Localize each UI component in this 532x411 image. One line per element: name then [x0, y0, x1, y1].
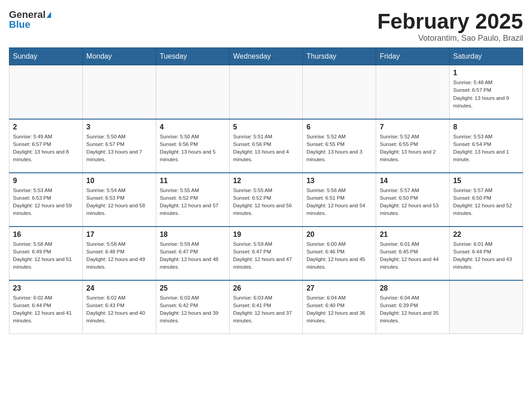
- day-info: Sunrise: 6:02 AM Sunset: 6:43 PM Dayligh…: [86, 294, 152, 325]
- calendar-cell: 6Sunrise: 5:52 AM Sunset: 6:55 PM Daylig…: [303, 119, 376, 173]
- day-number: 14: [380, 177, 446, 185]
- day-info: Sunrise: 5:50 AM Sunset: 6:57 PM Dayligh…: [86, 133, 152, 164]
- calendar-cell: 1Sunrise: 5:48 AM Sunset: 6:57 PM Daylig…: [450, 65, 523, 119]
- calendar-cell: [9, 65, 83, 119]
- day-number: 12: [233, 177, 299, 185]
- day-number: 13: [306, 177, 372, 185]
- day-number: 16: [13, 231, 79, 239]
- day-info: Sunrise: 6:02 AM Sunset: 6:44 PM Dayligh…: [13, 294, 79, 325]
- weekday-header-tuesday: Tuesday: [156, 48, 229, 65]
- calendar-cell: 20Sunrise: 6:00 AM Sunset: 6:46 PM Dayli…: [303, 227, 376, 280]
- day-number: 11: [160, 177, 226, 185]
- calendar-cell: 5Sunrise: 5:51 AM Sunset: 6:56 PM Daylig…: [229, 119, 303, 173]
- calendar-cell: 10Sunrise: 5:54 AM Sunset: 6:53 PM Dayli…: [82, 173, 156, 227]
- day-number: 21: [380, 231, 446, 239]
- day-number: 1: [453, 69, 519, 77]
- calendar-cell: 7Sunrise: 5:52 AM Sunset: 6:55 PM Daylig…: [376, 119, 450, 173]
- day-info: Sunrise: 5:48 AM Sunset: 6:57 PM Dayligh…: [453, 79, 519, 110]
- day-number: 15: [453, 177, 519, 185]
- calendar-cell: [303, 65, 376, 119]
- day-info: Sunrise: 5:58 AM Sunset: 6:49 PM Dayligh…: [13, 240, 79, 271]
- calendar-table: SundayMondayTuesdayWednesdayThursdayFrid…: [9, 47, 523, 334]
- day-info: Sunrise: 6:04 AM Sunset: 6:39 PM Dayligh…: [380, 294, 446, 325]
- calendar-week-row: 9Sunrise: 5:53 AM Sunset: 6:53 PM Daylig…: [9, 173, 523, 227]
- day-number: 6: [306, 123, 372, 131]
- weekday-header-thursday: Thursday: [303, 48, 376, 65]
- logo: General Blue: [9, 9, 51, 30]
- day-number: 20: [306, 231, 372, 239]
- calendar-cell: [376, 65, 450, 119]
- day-info: Sunrise: 5:54 AM Sunset: 6:53 PM Dayligh…: [86, 187, 152, 218]
- weekday-header-saturday: Saturday: [450, 48, 523, 65]
- day-info: Sunrise: 5:53 AM Sunset: 6:53 PM Dayligh…: [13, 187, 79, 218]
- calendar-week-row: 23Sunrise: 6:02 AM Sunset: 6:44 PM Dayli…: [9, 280, 523, 334]
- day-info: Sunrise: 6:01 AM Sunset: 6:45 PM Dayligh…: [380, 240, 446, 271]
- weekday-header-sunday: Sunday: [9, 48, 83, 65]
- calendar-cell: 16Sunrise: 5:58 AM Sunset: 6:49 PM Dayli…: [9, 227, 83, 280]
- calendar-cell: 9Sunrise: 5:53 AM Sunset: 6:53 PM Daylig…: [9, 173, 83, 227]
- day-info: Sunrise: 5:55 AM Sunset: 6:52 PM Dayligh…: [160, 187, 226, 218]
- calendar-cell: [229, 65, 303, 119]
- calendar-week-row: 1Sunrise: 5:48 AM Sunset: 6:57 PM Daylig…: [9, 65, 523, 119]
- day-number: 5: [233, 123, 299, 131]
- calendar-cell: [450, 280, 523, 334]
- day-info: Sunrise: 5:59 AM Sunset: 6:47 PM Dayligh…: [160, 240, 226, 271]
- calendar-cell: [156, 65, 229, 119]
- day-number: 22: [453, 231, 519, 239]
- calendar-cell: 25Sunrise: 6:03 AM Sunset: 6:42 PM Dayli…: [156, 280, 229, 334]
- day-number: 2: [13, 123, 79, 131]
- calendar-cell: 15Sunrise: 5:57 AM Sunset: 6:50 PM Dayli…: [450, 173, 523, 227]
- weekday-header-monday: Monday: [82, 48, 156, 65]
- day-info: Sunrise: 5:56 AM Sunset: 6:51 PM Dayligh…: [306, 187, 372, 218]
- day-info: Sunrise: 5:57 AM Sunset: 6:50 PM Dayligh…: [453, 187, 519, 218]
- day-number: 17: [86, 231, 152, 239]
- page-header: General Blue February 2025 Votorantim, S…: [9, 9, 523, 43]
- day-number: 9: [13, 177, 79, 185]
- month-title: February 2025: [377, 9, 523, 34]
- day-number: 26: [233, 284, 299, 292]
- calendar-cell: 4Sunrise: 5:50 AM Sunset: 6:56 PM Daylig…: [156, 119, 229, 173]
- day-info: Sunrise: 6:04 AM Sunset: 6:40 PM Dayligh…: [306, 294, 372, 325]
- calendar-cell: 21Sunrise: 6:01 AM Sunset: 6:45 PM Dayli…: [376, 227, 450, 280]
- day-number: 3: [86, 123, 152, 131]
- day-info: Sunrise: 5:50 AM Sunset: 6:56 PM Dayligh…: [160, 133, 226, 164]
- calendar-cell: 19Sunrise: 5:59 AM Sunset: 6:47 PM Dayli…: [229, 227, 303, 280]
- calendar-week-row: 16Sunrise: 5:58 AM Sunset: 6:49 PM Dayli…: [9, 227, 523, 280]
- day-info: Sunrise: 6:01 AM Sunset: 6:44 PM Dayligh…: [453, 240, 519, 271]
- day-info: Sunrise: 5:58 AM Sunset: 6:48 PM Dayligh…: [86, 240, 152, 271]
- calendar-cell: 3Sunrise: 5:50 AM Sunset: 6:57 PM Daylig…: [82, 119, 156, 173]
- calendar-cell: 28Sunrise: 6:04 AM Sunset: 6:39 PM Dayli…: [376, 280, 450, 334]
- calendar-cell: [82, 65, 156, 119]
- calendar-cell: 8Sunrise: 5:53 AM Sunset: 6:54 PM Daylig…: [450, 119, 523, 173]
- day-info: Sunrise: 5:49 AM Sunset: 6:57 PM Dayligh…: [13, 133, 79, 164]
- calendar-cell: 23Sunrise: 6:02 AM Sunset: 6:44 PM Dayli…: [9, 280, 83, 334]
- title-section: February 2025 Votorantim, Sao Paulo, Bra…: [377, 9, 523, 43]
- day-number: 23: [13, 284, 79, 292]
- calendar-cell: 27Sunrise: 6:04 AM Sunset: 6:40 PM Dayli…: [303, 280, 376, 334]
- day-number: 25: [160, 284, 226, 292]
- day-info: Sunrise: 6:03 AM Sunset: 6:41 PM Dayligh…: [233, 294, 299, 325]
- calendar-cell: 17Sunrise: 5:58 AM Sunset: 6:48 PM Dayli…: [82, 227, 156, 280]
- day-number: 7: [380, 123, 446, 131]
- calendar-cell: 14Sunrise: 5:57 AM Sunset: 6:50 PM Dayli…: [376, 173, 450, 227]
- calendar-header-row: SundayMondayTuesdayWednesdayThursdayFrid…: [9, 48, 523, 65]
- day-info: Sunrise: 6:00 AM Sunset: 6:46 PM Dayligh…: [306, 240, 372, 271]
- day-number: 24: [86, 284, 152, 292]
- day-number: 4: [160, 123, 226, 131]
- day-info: Sunrise: 5:53 AM Sunset: 6:54 PM Dayligh…: [453, 133, 519, 164]
- calendar-cell: 22Sunrise: 6:01 AM Sunset: 6:44 PM Dayli…: [450, 227, 523, 280]
- calendar-cell: 13Sunrise: 5:56 AM Sunset: 6:51 PM Dayli…: [303, 173, 376, 227]
- weekday-header-wednesday: Wednesday: [229, 48, 303, 65]
- calendar-week-row: 2Sunrise: 5:49 AM Sunset: 6:57 PM Daylig…: [9, 119, 523, 173]
- logo-blue-text: Blue: [9, 19, 30, 30]
- location-text: Votorantim, Sao Paulo, Brazil: [377, 34, 523, 43]
- calendar-cell: 26Sunrise: 6:03 AM Sunset: 6:41 PM Dayli…: [229, 280, 303, 334]
- calendar-cell: 12Sunrise: 5:55 AM Sunset: 6:52 PM Dayli…: [229, 173, 303, 227]
- day-number: 28: [380, 284, 446, 292]
- day-number: 10: [86, 177, 152, 185]
- day-info: Sunrise: 5:57 AM Sunset: 6:50 PM Dayligh…: [380, 187, 446, 218]
- day-info: Sunrise: 6:03 AM Sunset: 6:42 PM Dayligh…: [160, 294, 226, 325]
- calendar-cell: 11Sunrise: 5:55 AM Sunset: 6:52 PM Dayli…: [156, 173, 229, 227]
- weekday-header-friday: Friday: [376, 48, 450, 65]
- day-number: 19: [233, 231, 299, 239]
